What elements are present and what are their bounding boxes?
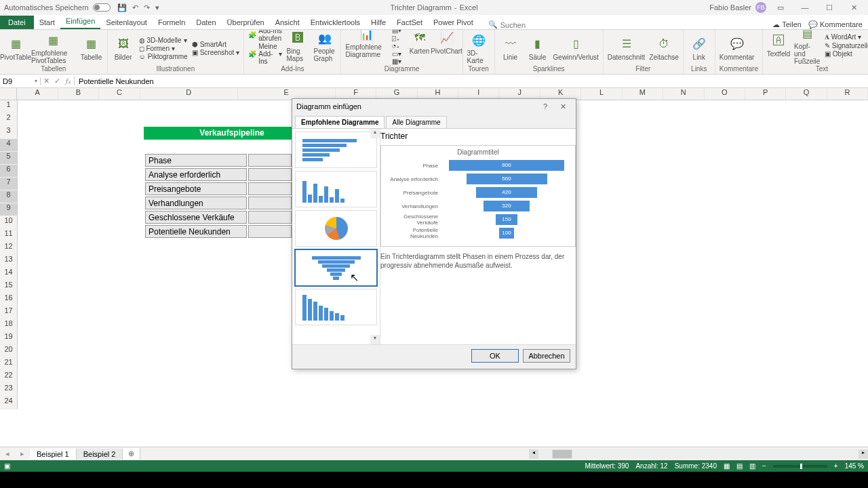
- formula-content[interactable]: Potentielle Neukunden: [75, 77, 154, 85]
- qat-more-icon[interactable]: ▾: [155, 3, 159, 12]
- scroll-up-icon[interactable]: ▴: [370, 129, 380, 138]
- tab-view[interactable]: Ansicht: [270, 16, 305, 29]
- tab-formulas[interactable]: Formeln: [153, 16, 191, 29]
- row-header[interactable]: 7: [0, 178, 18, 190]
- enter-formula-icon[interactable]: ✓: [54, 77, 60, 85]
- user-name[interactable]: Fabio Basler: [709, 3, 751, 12]
- recommended-charts-button[interactable]: 📊Empfohlene Diagramme: [345, 30, 387, 58]
- thumb-hbar[interactable]: [295, 131, 377, 168]
- minimize-icon[interactable]: ―: [795, 3, 815, 12]
- ribbon-collapse-icon[interactable]: ▭: [770, 3, 791, 12]
- tab-start[interactable]: Start: [34, 16, 60, 29]
- row-header[interactable]: 18: [0, 319, 18, 332]
- row-header[interactable]: 16: [0, 293, 18, 306]
- tab-insert[interactable]: Einfügen: [60, 14, 100, 29]
- row-header[interactable]: 11: [0, 229, 18, 242]
- maximize-icon[interactable]: ☐: [819, 3, 840, 12]
- add-sheet-button[interactable]: ⊕: [123, 448, 140, 460]
- tab-review[interactable]: Überprüfen: [222, 16, 270, 29]
- zoom-slider[interactable]: [773, 465, 827, 468]
- spark-line-button[interactable]: 〰Linie: [499, 36, 522, 61]
- get-addins-button[interactable]: 🧩 Add-Ins abrufen: [248, 30, 282, 42]
- dialog-close-icon[interactable]: ✕: [554, 102, 572, 111]
- tab-data[interactable]: Daten: [191, 16, 221, 29]
- col-header[interactable]: M: [623, 88, 663, 100]
- thumb-clustered[interactable]: [295, 171, 377, 207]
- row-header[interactable]: 17: [0, 306, 18, 319]
- row-header[interactable]: 21: [0, 358, 18, 371]
- my-addins-button[interactable]: 🧩 Meine Add-Ins ▾: [248, 43, 282, 65]
- view-pagebreak-icon[interactable]: ▥: [749, 462, 755, 470]
- col-header[interactable]: R: [827, 88, 868, 100]
- ok-button[interactable]: OK: [471, 349, 519, 363]
- tab-powerpivot[interactable]: Power Pivot: [428, 16, 479, 29]
- col-header[interactable]: D: [140, 88, 238, 100]
- thumb-funnel[interactable]: [295, 249, 377, 286]
- timeline-button[interactable]: ⏱Zeitachse: [649, 36, 678, 61]
- close-icon[interactable]: ✕: [844, 3, 864, 12]
- pivotchart-button[interactable]: 📈PivotChart: [435, 30, 458, 55]
- people-graph-button[interactable]: 👥People Graph: [313, 30, 336, 62]
- thumb-column[interactable]: [295, 289, 377, 325]
- textbox-button[interactable]: 🄰Textfeld: [767, 33, 790, 58]
- dialog-help-icon[interactable]: ?: [536, 102, 554, 110]
- spark-col-button[interactable]: ▮Säule: [526, 36, 549, 61]
- cancel-button[interactable]: Abbrechen: [523, 349, 570, 363]
- cancel-formula-icon[interactable]: ✕: [43, 77, 50, 85]
- col-header[interactable]: A: [17, 88, 58, 100]
- tab-factset[interactable]: FactSet: [391, 16, 428, 29]
- chart-col-icon[interactable]: ▥▾ ▤▾: [392, 30, 404, 34]
- tab-file[interactable]: Datei: [0, 16, 34, 29]
- row-header[interactable]: 1: [0, 100, 18, 113]
- view-normal-icon[interactable]: ▦: [724, 462, 730, 470]
- object-button[interactable]: ▣ Objekt: [825, 50, 868, 58]
- row-header[interactable]: 13: [0, 255, 18, 268]
- zoom-level[interactable]: 145 %: [845, 462, 864, 470]
- name-box[interactable]: D9: [0, 77, 41, 85]
- chart-line-icon[interactable]: ⍁▾ ◔▾: [392, 35, 404, 49]
- slicer-button[interactable]: ☰Datenschnitt: [608, 36, 646, 61]
- row-header[interactable]: 9: [0, 203, 18, 216]
- sheet-nav-prev-icon[interactable]: ◂: [0, 449, 15, 458]
- 3dmap-button[interactable]: 🌐3D-Karte: [467, 32, 490, 64]
- table-button[interactable]: ▦Tabelle: [80, 36, 103, 61]
- pictures-button[interactable]: 🖼Bilder: [112, 36, 135, 61]
- tab-help[interactable]: Hilfe: [366, 16, 391, 29]
- scroll-down-icon[interactable]: ▾: [370, 335, 380, 344]
- sheet-nav-next-icon[interactable]: ▸: [15, 449, 30, 458]
- undo-icon[interactable]: ↶: [132, 3, 138, 12]
- row-header[interactable]: 3: [0, 126, 18, 139]
- smartart-button[interactable]: ⬢ SmartArt: [192, 41, 240, 48]
- spark-wl-button[interactable]: ▯Gewinn/Verlust: [553, 36, 599, 61]
- tab-dev[interactable]: Entwicklertools: [305, 16, 366, 29]
- col-header[interactable]: C: [99, 88, 140, 100]
- col-header[interactable]: P: [745, 88, 786, 100]
- col-header[interactable]: B: [58, 88, 99, 100]
- row-header[interactable]: 23: [0, 384, 18, 396]
- screenshot-button[interactable]: ▣ Screenshot ▾: [192, 49, 240, 56]
- 3dmodels-button[interactable]: ◍ 3D-Modelle ▾: [139, 37, 188, 44]
- row-header[interactable]: 2: [0, 113, 18, 126]
- col-header[interactable]: Q: [786, 88, 827, 100]
- wordart-button[interactable]: 𝐀 WordArt ▾: [825, 33, 868, 41]
- save-icon[interactable]: 💾: [117, 3, 127, 12]
- search-icon[interactable]: 🔍: [488, 20, 498, 29]
- view-layout-icon[interactable]: ▤: [736, 462, 743, 470]
- sheet-tab-2[interactable]: Beispiel 2: [77, 449, 123, 460]
- bing-maps-button[interactable]: 🅱Bing Maps: [286, 30, 309, 62]
- chart-bar-icon[interactable]: ▭▾ ▦▾: [392, 50, 404, 65]
- signature-button[interactable]: ✎ Signaturzeile ▾: [825, 42, 868, 49]
- comments-button[interactable]: 💬 Kommentare: [808, 20, 863, 29]
- pipeline-table[interactable]: Phase Analyse erforderlich Preisangebote…: [144, 152, 293, 239]
- row-header[interactable]: 15: [0, 281, 18, 293]
- row-header[interactable]: 22: [0, 371, 18, 384]
- icons-button[interactable]: ☺ Piktogramme: [139, 53, 188, 60]
- tab-recommended[interactable]: Empfohlene Diagramme: [295, 116, 384, 128]
- maps-button[interactable]: 🗺Karten: [408, 30, 431, 55]
- sheet-tab-1[interactable]: Beispiel 1: [30, 449, 77, 460]
- col-header[interactable]: N: [663, 88, 704, 100]
- avatar[interactable]: FB: [755, 2, 766, 13]
- row-header[interactable]: 5: [0, 152, 18, 165]
- tab-layout[interactable]: Seitenlayout: [100, 16, 153, 29]
- record-macro-icon[interactable]: ▣: [4, 462, 10, 470]
